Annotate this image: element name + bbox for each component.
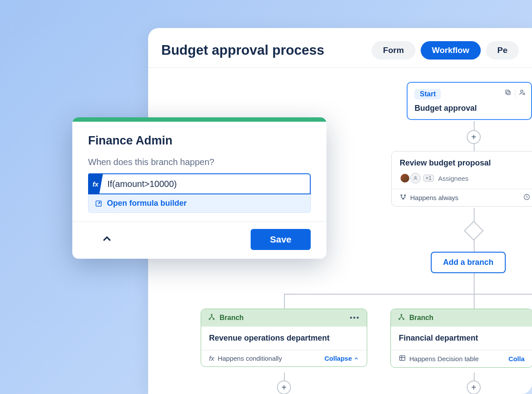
collapse-modal-button[interactable] xyxy=(88,230,126,249)
svg-rect-1 xyxy=(506,90,509,94)
connector xyxy=(474,272,475,294)
divider xyxy=(515,89,515,97)
connector xyxy=(284,294,285,309)
modal-title: Finance Admin xyxy=(88,134,311,148)
clock-icon[interactable] xyxy=(523,193,530,202)
assignees-label: Assignees xyxy=(438,175,468,182)
branch-icon xyxy=(208,313,215,322)
avatar[interactable] xyxy=(400,173,410,183)
add-step-button[interactable]: + xyxy=(467,130,481,144)
tab-workflow[interactable]: Workflow xyxy=(421,41,481,60)
tab-partial[interactable]: Pe xyxy=(486,41,519,60)
review-node[interactable]: Review budget proposal +1 Assignees Happ… xyxy=(391,151,532,207)
header-tabs: Form Workflow Pe xyxy=(372,41,519,60)
branch-title: Financial department xyxy=(399,334,525,343)
svg-point-2 xyxy=(521,90,523,92)
svg-point-5 xyxy=(401,195,402,196)
decision-diamond xyxy=(464,221,483,240)
svg-point-3 xyxy=(523,93,525,95)
start-node-title: Budget approval xyxy=(415,104,524,113)
svg-rect-0 xyxy=(507,91,510,95)
connector xyxy=(474,121,475,131)
review-node-title: Review budget proposal xyxy=(400,158,532,168)
branch-icon xyxy=(398,313,405,322)
svg-point-13 xyxy=(399,318,400,320)
fx-icon: fx xyxy=(209,355,214,362)
branch-label: Branch xyxy=(220,314,244,322)
user-settings-icon[interactable] xyxy=(519,89,526,98)
connector xyxy=(474,373,475,381)
table-icon xyxy=(399,355,406,363)
collapse-label: Colla xyxy=(508,355,525,362)
connector xyxy=(284,294,532,295)
app-header: Budget approval process Form Workflow Pe xyxy=(148,28,532,68)
assignee-extra-count[interactable]: +1 xyxy=(423,175,434,182)
page-title: Budget approval process xyxy=(161,42,324,58)
formula-input[interactable] xyxy=(88,173,311,194)
external-link-icon xyxy=(95,200,103,208)
branch-node-financial[interactable]: Branch Financial department Happens Deci… xyxy=(390,309,532,368)
start-badge: Start xyxy=(415,89,441,99)
svg-point-6 xyxy=(404,195,406,196)
svg-point-4 xyxy=(415,176,416,178)
modal-question: When does this branch happen? xyxy=(88,157,311,167)
svg-point-9 xyxy=(211,314,213,316)
add-step-button[interactable]: + xyxy=(467,380,481,394)
avatar-placeholder-icon[interactable] xyxy=(410,173,421,183)
modal-accent-bar xyxy=(72,117,326,122)
save-button[interactable]: Save xyxy=(251,229,311,250)
start-node[interactable]: Start Budget approval xyxy=(407,82,532,120)
condition-text: Happens always xyxy=(410,194,458,201)
svg-point-12 xyxy=(401,314,402,316)
svg-point-10 xyxy=(209,318,210,320)
connector xyxy=(474,294,475,309)
branch-condition: Happens Decision table xyxy=(409,355,479,362)
add-branch-button[interactable]: Add a branch xyxy=(431,252,506,273)
more-icon[interactable]: ••• xyxy=(350,314,360,322)
condition-icon xyxy=(400,193,407,202)
collapse-label: Collapse xyxy=(324,355,352,362)
chevron-up-icon xyxy=(101,233,113,244)
start-node-actions xyxy=(504,89,526,98)
assignees-row: +1 Assignees xyxy=(400,173,532,183)
svg-point-11 xyxy=(213,318,214,320)
branch-title: Revenue operations department xyxy=(209,334,359,343)
svg-point-14 xyxy=(403,318,404,320)
chevron-up-icon xyxy=(354,356,359,361)
collapse-button[interactable]: Collapse xyxy=(324,355,359,362)
branch-condition-modal: Finance Admin When does this branch happ… xyxy=(72,117,326,259)
collapse-button[interactable]: Colla xyxy=(508,355,525,362)
copy-icon[interactable] xyxy=(504,89,511,98)
branch-condition: Happens conditionally xyxy=(218,355,282,362)
connector xyxy=(474,239,475,253)
svg-rect-15 xyxy=(400,356,405,361)
branch-node-revenue[interactable]: Branch ••• Revenue operations department… xyxy=(201,309,367,367)
branch-label: Branch xyxy=(409,314,433,322)
add-step-button[interactable]: + xyxy=(277,380,291,394)
tab-form[interactable]: Form xyxy=(372,41,415,60)
open-formula-builder-link[interactable]: Open formula builder xyxy=(88,194,311,213)
connector xyxy=(284,373,285,381)
builder-link-label: Open formula builder xyxy=(107,199,187,208)
